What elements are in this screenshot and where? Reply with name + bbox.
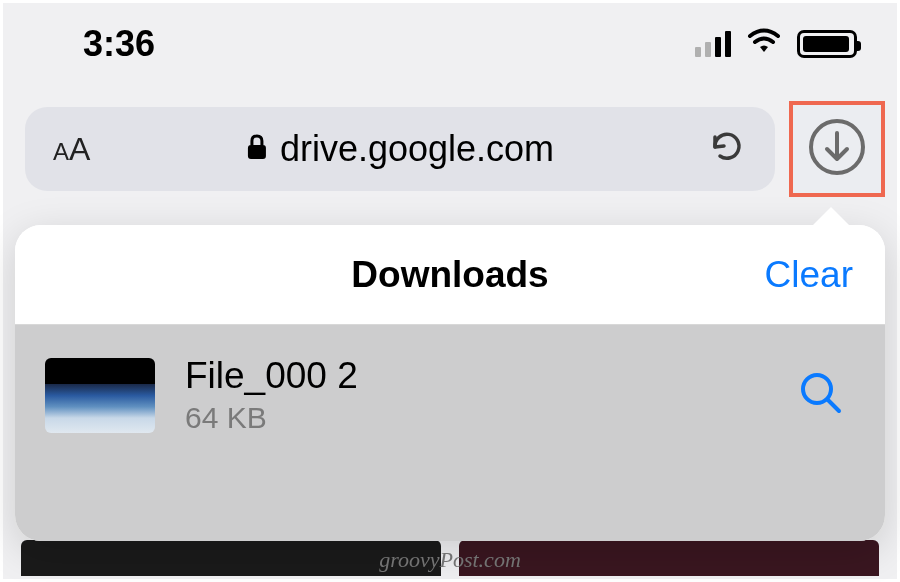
content-tile[interactable] — [459, 540, 879, 576]
status-time: 3:36 — [83, 23, 155, 65]
downloads-title: Downloads — [351, 254, 548, 296]
url-text: drive.google.com — [280, 128, 554, 170]
lock-icon — [246, 133, 268, 165]
refresh-icon[interactable] — [707, 127, 747, 171]
downloads-popup: Downloads Clear File_000 2 64 KB — [15, 225, 885, 541]
battery-icon — [797, 30, 857, 58]
wifi-icon — [745, 28, 783, 60]
url-bar-row: AA drive.google.com — [3, 83, 897, 215]
status-bar: 3:36 — [3, 3, 897, 83]
svg-rect-0 — [248, 145, 266, 159]
downloads-list: File_000 2 64 KB — [15, 325, 885, 541]
file-info: File_000 2 64 KB — [185, 355, 358, 435]
text-size-icon[interactable]: AA — [53, 131, 90, 168]
signal-icon — [695, 31, 731, 57]
downloads-header: Downloads Clear — [15, 225, 885, 325]
reveal-in-files-icon[interactable] — [797, 369, 845, 421]
downloads-button[interactable] — [805, 115, 869, 183]
url-bar[interactable]: AA drive.google.com — [25, 107, 775, 191]
downloads-button-highlight — [789, 101, 885, 197]
svg-line-4 — [828, 400, 839, 411]
download-item[interactable]: File_000 2 64 KB — [15, 325, 885, 465]
watermark: groovyPost.com — [379, 547, 521, 573]
file-size: 64 KB — [185, 401, 358, 435]
status-icons — [695, 28, 857, 60]
content-tile[interactable] — [21, 540, 441, 576]
clear-button[interactable]: Clear — [765, 254, 853, 296]
file-name: File_000 2 — [185, 355, 358, 397]
popup-arrow — [809, 207, 853, 229]
file-thumbnail — [45, 358, 155, 433]
